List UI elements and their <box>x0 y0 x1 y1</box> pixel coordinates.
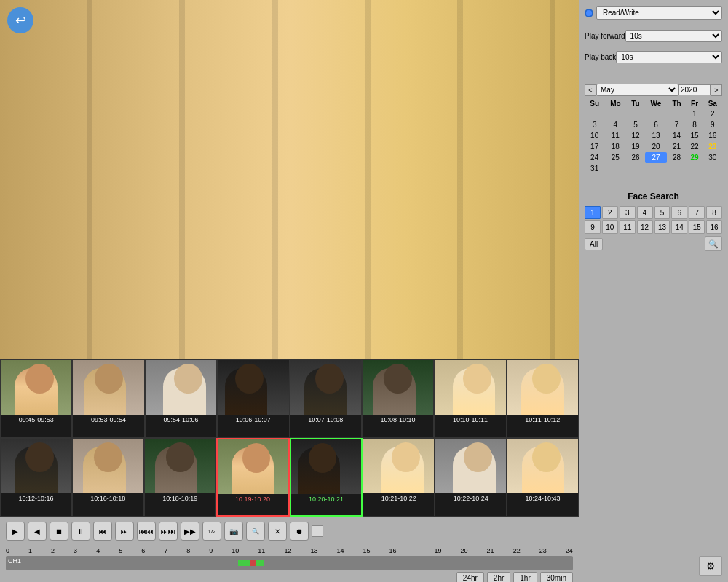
face-num-btn-16[interactable]: 16 <box>706 220 722 234</box>
face-num-btn-12[interactable]: 12 <box>637 220 653 234</box>
cal-day-4[interactable]: 4 <box>604 119 626 130</box>
cal-day-19[interactable]: 19 <box>626 141 644 152</box>
face-num-btn-6[interactable]: 6 <box>671 206 687 219</box>
mode-select[interactable]: Read/Write Read Only <box>596 6 722 20</box>
cal-day-14[interactable]: 14 <box>667 130 686 141</box>
play-back-row: Play back 10s 5s 30s <box>585 51 722 63</box>
face-num-btn-11[interactable]: 11 <box>620 220 636 234</box>
thumb-item-t12[interactable]: 10:19-10:20 <box>216 438 290 517</box>
play-button[interactable]: ▶ <box>6 522 25 541</box>
snapshot-button[interactable]: 📷 <box>224 522 243 541</box>
view-24hr-button[interactable]: 24hr <box>456 572 484 582</box>
thumb-item-t6[interactable]: 10:08-10:10 <box>362 359 434 438</box>
mode-radio[interactable] <box>585 9 593 17</box>
face-num-btn-8[interactable]: 8 <box>706 206 722 219</box>
face-num-btn-5[interactable]: 5 <box>654 206 670 219</box>
cal-day-24[interactable]: 24 <box>585 152 604 163</box>
cal-day-2[interactable]: 2 <box>703 108 723 119</box>
thumb-item-t9[interactable]: 10:12-10:16 <box>0 438 72 517</box>
settings-row: ⚙ <box>585 556 722 576</box>
fast-forward-button[interactable]: ▶▶ <box>181 522 199 541</box>
view-30min-button[interactable]: 30min <box>540 572 573 582</box>
cal-day-22[interactable]: 22 <box>687 141 703 152</box>
thumb-face-t7 <box>435 360 505 415</box>
thumb-item-t14[interactable]: 10:21-10:22 <box>363 438 435 517</box>
pause-button[interactable]: ⏸ <box>71 522 90 541</box>
thumb-item-t16[interactable]: 10:24-10:43 <box>507 438 579 517</box>
thumb-item-t2[interactable]: 09:53-09:54 <box>72 359 144 438</box>
view-1hr-button[interactable]: 1hr <box>513 572 537 582</box>
face-search-button[interactable]: 🔍 <box>705 236 722 251</box>
face-num-btn-3[interactable]: 3 <box>620 206 636 219</box>
thumb-item-t1[interactable]: 09:45-09:53 <box>0 359 72 438</box>
cal-day-10[interactable]: 10 <box>585 130 604 141</box>
cal-day-30[interactable]: 30 <box>703 152 723 163</box>
thumb-item-t4[interactable]: 10:06-10:07 <box>217 359 289 438</box>
stop-button[interactable]: ⏹ <box>50 522 68 541</box>
cal-day-18[interactable]: 18 <box>604 141 626 152</box>
play-forward-select[interactable]: 10s 5s 30s <box>625 30 722 42</box>
cal-day-21[interactable]: 21 <box>667 141 686 152</box>
thumb-item-t7[interactable]: 10:10-10:11 <box>434 359 506 438</box>
face-num-btn-9[interactable]: 9 <box>585 220 601 234</box>
cal-day-6[interactable]: 6 <box>645 119 668 130</box>
cal-day-17[interactable]: 17 <box>585 141 604 152</box>
face-all-button[interactable]: All <box>585 238 603 250</box>
cal-day-29[interactable]: 29 <box>687 152 703 163</box>
next-month-button[interactable]: > <box>711 84 722 96</box>
cal-day-15[interactable]: 15 <box>687 130 703 141</box>
prev-clip-button[interactable]: ⏮⏮ <box>137 522 156 541</box>
cal-day-28[interactable]: 28 <box>667 152 686 163</box>
calendar-body: 1234567891011121314151617181920212223242… <box>585 108 722 174</box>
face-search-section: Face Search 12345678910111213141516 All … <box>585 191 722 368</box>
thumb-item-t5[interactable]: 10:07-10:08 <box>290 359 362 438</box>
back-button[interactable] <box>7 7 33 33</box>
thumb-item-t13[interactable]: 10:20-10:21 <box>290 438 363 517</box>
settings-button[interactable]: ⚙ <box>699 556 722 576</box>
close-button[interactable]: ✕ <box>268 522 287 541</box>
face-num-btn-7[interactable]: 7 <box>689 206 705 219</box>
cal-day-1[interactable]: 1 <box>687 108 703 119</box>
cal-day-16[interactable]: 16 <box>703 130 723 141</box>
next-frame-button[interactable]: ⏭ <box>115 522 134 541</box>
cal-day-12[interactable]: 12 <box>626 130 644 141</box>
rewind-button[interactable]: ◀ <box>28 522 47 541</box>
cal-day-20[interactable]: 20 <box>645 141 668 152</box>
face-num-btn-4[interactable]: 4 <box>637 206 653 219</box>
thumb-item-t11[interactable]: 10:18-10:19 <box>144 438 216 517</box>
cal-day-8[interactable]: 8 <box>687 119 703 130</box>
thumb-label-t6: 10:08-10:10 <box>363 415 433 425</box>
next-clip-button[interactable]: ⏭⏭ <box>159 522 178 541</box>
play-back-select[interactable]: 10s 5s 30s <box>616 51 722 63</box>
prev-frame-button[interactable]: ⏮ <box>93 522 112 541</box>
prev-month-button[interactable]: < <box>585 84 596 96</box>
timeline-bar[interactable]: CH1 <box>6 556 573 570</box>
thumb-item-t10[interactable]: 10:16-10:18 <box>72 438 144 517</box>
cal-day-27[interactable]: 27 <box>645 152 668 163</box>
face-num-btn-10[interactable]: 10 <box>602 220 618 234</box>
cal-day-26[interactable]: 26 <box>626 152 644 163</box>
month-select[interactable]: May JanuaryFebruaryMarch AprilJuneJuly A… <box>596 84 678 96</box>
thumb-item-t3[interactable]: 09:54-10:06 <box>145 359 217 438</box>
record-button[interactable]: ⏺ <box>290 522 309 541</box>
cal-day-5[interactable]: 5 <box>626 119 644 130</box>
zoom-button[interactable]: 🔍 <box>246 522 265 541</box>
slow-button[interactable]: 1/2 <box>202 522 221 541</box>
thumb-item-t8[interactable]: 10:11-10:12 <box>507 359 579 438</box>
cal-day-13[interactable]: 13 <box>645 130 668 141</box>
face-num-btn-14[interactable]: 14 <box>671 220 687 234</box>
cal-day-11[interactable]: 11 <box>604 130 626 141</box>
cal-day-25[interactable]: 25 <box>604 152 626 163</box>
face-num-btn-1[interactable]: 1 <box>585 206 601 219</box>
cal-day-9[interactable]: 9 <box>703 119 723 130</box>
year-input[interactable] <box>678 84 711 95</box>
cal-day-23[interactable]: 23 <box>703 141 723 152</box>
face-num-btn-15[interactable]: 15 <box>689 220 705 234</box>
thumb-item-t15[interactable]: 10:22-10:24 <box>435 438 507 517</box>
face-num-btn-13[interactable]: 13 <box>654 220 670 234</box>
view-2hr-button[interactable]: 2hr <box>487 572 510 582</box>
cal-day-3[interactable]: 3 <box>585 119 604 130</box>
cal-day-7[interactable]: 7 <box>667 119 686 130</box>
face-num-btn-2[interactable]: 2 <box>602 206 618 219</box>
cal-day-31[interactable]: 31 <box>585 163 604 174</box>
